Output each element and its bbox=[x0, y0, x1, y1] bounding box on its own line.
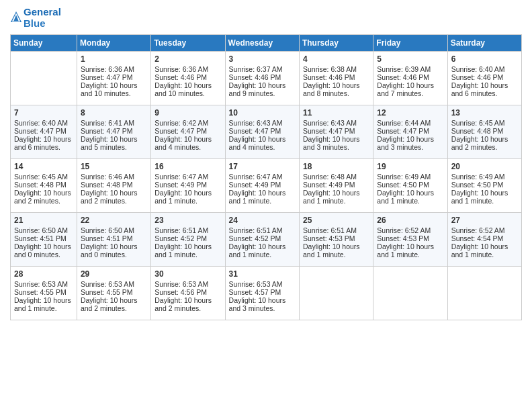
day-number: 5 bbox=[377, 54, 443, 64]
day-info: Sunrise: 6:47 AM bbox=[229, 173, 296, 181]
day-info: Sunset: 4:51 PM bbox=[81, 234, 147, 242]
calendar-cell: 8Sunrise: 6:41 AMSunset: 4:47 PMDaylight… bbox=[77, 105, 150, 159]
day-info: Sunrise: 6:52 AM bbox=[451, 226, 518, 234]
day-info: Daylight: 10 hours and 1 minute. bbox=[154, 242, 221, 259]
day-info: Sunset: 4:49 PM bbox=[303, 181, 369, 189]
day-info: Sunset: 4:52 PM bbox=[229, 234, 296, 242]
calendar-cell: 9Sunrise: 6:42 AMSunset: 4:47 PMDaylight… bbox=[151, 105, 225, 159]
calendar-cell: 30Sunrise: 6:53 AMSunset: 4:56 PMDayligh… bbox=[151, 267, 225, 320]
day-info: Daylight: 10 hours and 2 minutes. bbox=[81, 189, 147, 205]
day-info: Daylight: 10 hours and 2 minutes. bbox=[451, 135, 518, 151]
day-info: Sunrise: 6:38 AM bbox=[303, 65, 369, 73]
page-container: General Blue SundayMondayTuesdayWednesda… bbox=[0, 0, 532, 327]
col-header-saturday: Saturday bbox=[447, 35, 521, 52]
week-row: 28Sunrise: 6:53 AMSunset: 4:55 PMDayligh… bbox=[11, 267, 522, 320]
day-info: Daylight: 10 hours and 4 minutes. bbox=[154, 135, 221, 151]
calendar-cell: 10Sunrise: 6:43 AMSunset: 4:47 PMDayligh… bbox=[225, 105, 299, 159]
day-info: Daylight: 10 hours and 3 minutes. bbox=[229, 296, 296, 312]
day-info: Daylight: 10 hours and 9 minutes. bbox=[229, 81, 296, 97]
calendar-cell: 6Sunrise: 6:40 AMSunset: 4:46 PMDaylight… bbox=[447, 52, 521, 105]
day-info: Sunset: 4:51 PM bbox=[14, 234, 73, 242]
calendar-cell bbox=[447, 267, 521, 320]
calendar-cell: 20Sunrise: 6:49 AMSunset: 4:50 PMDayligh… bbox=[447, 159, 521, 213]
day-info: Sunset: 4:46 PM bbox=[303, 73, 369, 81]
day-info: Daylight: 10 hours and 7 minutes. bbox=[377, 81, 443, 97]
day-number: 15 bbox=[81, 162, 147, 171]
day-info: Sunset: 4:55 PM bbox=[81, 288, 147, 296]
calendar-cell bbox=[11, 52, 77, 105]
day-info: Sunset: 4:53 PM bbox=[377, 234, 443, 242]
day-info: Sunrise: 6:50 AM bbox=[81, 226, 147, 234]
day-info: Daylight: 10 hours and 1 minute. bbox=[377, 242, 443, 259]
day-info: Sunrise: 6:49 AM bbox=[451, 173, 518, 181]
calendar-cell: 2Sunrise: 6:36 AMSunset: 4:46 PMDaylight… bbox=[151, 52, 225, 105]
day-info: Daylight: 10 hours and 0 minutes. bbox=[81, 242, 147, 259]
day-info: Daylight: 10 hours and 2 minutes. bbox=[81, 296, 147, 312]
day-number: 17 bbox=[229, 162, 296, 171]
day-info: Daylight: 10 hours and 3 minutes. bbox=[303, 135, 369, 151]
day-info: Sunset: 4:56 PM bbox=[154, 288, 221, 296]
day-number: 18 bbox=[303, 162, 369, 171]
day-info: Sunset: 4:47 PM bbox=[154, 127, 221, 135]
day-info: Sunrise: 6:43 AM bbox=[303, 119, 369, 127]
calendar-cell: 23Sunrise: 6:51 AMSunset: 4:52 PMDayligh… bbox=[151, 213, 225, 267]
calendar-cell: 1Sunrise: 6:36 AMSunset: 4:47 PMDaylight… bbox=[77, 52, 150, 105]
calendar-cell: 28Sunrise: 6:53 AMSunset: 4:55 PMDayligh… bbox=[11, 267, 77, 320]
day-number: 8 bbox=[81, 108, 147, 118]
day-info: Sunrise: 6:45 AM bbox=[451, 119, 518, 127]
day-info: Sunset: 4:47 PM bbox=[303, 127, 369, 135]
day-number: 16 bbox=[154, 162, 221, 171]
day-info: Daylight: 10 hours and 3 minutes. bbox=[377, 135, 443, 151]
day-number: 31 bbox=[229, 269, 296, 279]
calendar-cell: 25Sunrise: 6:51 AMSunset: 4:53 PMDayligh… bbox=[299, 213, 373, 267]
day-info: Sunrise: 6:53 AM bbox=[14, 280, 73, 288]
day-info: Daylight: 10 hours and 0 minutes. bbox=[14, 242, 73, 259]
calendar-cell: 11Sunrise: 6:43 AMSunset: 4:47 PMDayligh… bbox=[299, 105, 373, 159]
calendar-cell: 12Sunrise: 6:44 AMSunset: 4:47 PMDayligh… bbox=[373, 105, 447, 159]
day-info: Daylight: 10 hours and 10 minutes. bbox=[81, 81, 147, 97]
header-row: SundayMondayTuesdayWednesdayThursdayFrid… bbox=[11, 35, 522, 52]
day-info: Sunrise: 6:39 AM bbox=[377, 65, 443, 73]
calendar-cell: 13Sunrise: 6:45 AMSunset: 4:48 PMDayligh… bbox=[447, 105, 521, 159]
calendar-cell: 27Sunrise: 6:52 AMSunset: 4:54 PMDayligh… bbox=[447, 213, 521, 267]
week-row: 7Sunrise: 6:40 AMSunset: 4:47 PMDaylight… bbox=[11, 105, 522, 159]
day-info: Daylight: 10 hours and 6 minutes. bbox=[451, 81, 518, 97]
day-number: 1 bbox=[81, 54, 147, 64]
day-info: Sunset: 4:46 PM bbox=[229, 73, 296, 81]
day-info: Sunset: 4:47 PM bbox=[14, 127, 73, 135]
day-info: Sunset: 4:47 PM bbox=[377, 127, 443, 135]
day-info: Sunrise: 6:41 AM bbox=[81, 119, 147, 127]
day-info: Sunrise: 6:51 AM bbox=[229, 226, 296, 234]
day-info: Sunset: 4:49 PM bbox=[154, 181, 221, 189]
logo-text: General Blue bbox=[24, 7, 61, 29]
col-header-friday: Friday bbox=[373, 35, 447, 52]
day-number: 11 bbox=[303, 108, 369, 118]
day-number: 29 bbox=[81, 269, 147, 279]
day-info: Daylight: 10 hours and 10 minutes. bbox=[154, 81, 221, 97]
calendar-cell: 24Sunrise: 6:51 AMSunset: 4:52 PMDayligh… bbox=[225, 213, 299, 267]
calendar-cell: 5Sunrise: 6:39 AMSunset: 4:46 PMDaylight… bbox=[373, 52, 447, 105]
calendar-cell: 4Sunrise: 6:38 AMSunset: 4:46 PMDaylight… bbox=[299, 52, 373, 105]
day-info: Sunset: 4:57 PM bbox=[229, 288, 296, 296]
calendar-cell bbox=[373, 267, 447, 320]
day-number: 7 bbox=[14, 108, 73, 118]
day-info: Sunset: 4:48 PM bbox=[451, 127, 518, 135]
day-info: Daylight: 10 hours and 1 minute. bbox=[229, 242, 296, 259]
logo-icon bbox=[10, 11, 22, 23]
calendar-cell: 19Sunrise: 6:49 AMSunset: 4:50 PMDayligh… bbox=[373, 159, 447, 213]
day-info: Daylight: 10 hours and 1 minute. bbox=[303, 189, 369, 205]
day-number: 2 bbox=[154, 54, 221, 64]
day-info: Sunrise: 6:48 AM bbox=[303, 173, 369, 181]
calendar-cell: 3Sunrise: 6:37 AMSunset: 4:46 PMDaylight… bbox=[225, 52, 299, 105]
day-info: Daylight: 10 hours and 1 minute. bbox=[229, 189, 296, 205]
day-number: 12 bbox=[377, 108, 443, 118]
day-info: Sunrise: 6:53 AM bbox=[229, 280, 296, 288]
day-number: 26 bbox=[377, 216, 443, 225]
day-info: Sunset: 4:50 PM bbox=[377, 181, 443, 189]
day-info: Daylight: 10 hours and 2 minutes. bbox=[14, 189, 73, 205]
day-info: Daylight: 10 hours and 2 minutes. bbox=[154, 296, 221, 312]
day-info: Sunrise: 6:53 AM bbox=[154, 280, 221, 288]
day-info: Daylight: 10 hours and 8 minutes. bbox=[303, 81, 369, 97]
day-info: Daylight: 10 hours and 1 minute. bbox=[377, 189, 443, 205]
day-info: Daylight: 10 hours and 1 minute. bbox=[154, 189, 221, 205]
